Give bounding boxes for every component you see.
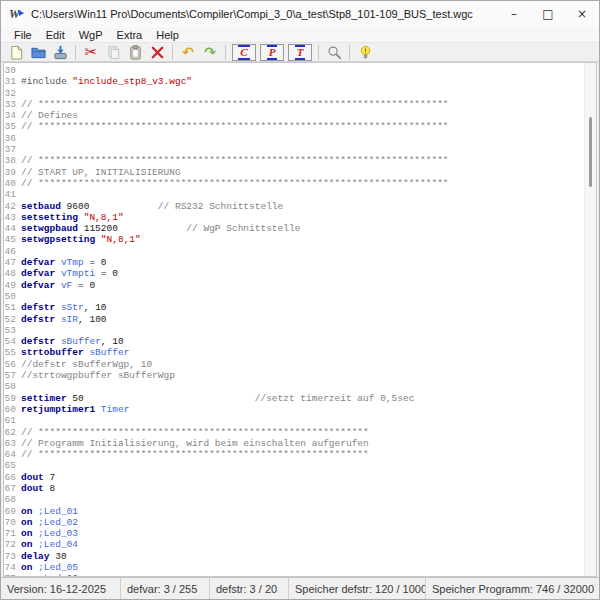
undo-icon: ↶ — [182, 45, 194, 59]
terminal-t-label: T — [295, 45, 306, 60]
menu-item-wgp[interactable]: WgP — [72, 29, 110, 41]
code-line-64[interactable]: 64// ***********************************… — [4, 449, 596, 460]
code-line-57[interactable]: 57//strtowgpbuffer sBufferWgp — [4, 370, 596, 381]
undo-button[interactable]: ↶ — [177, 43, 199, 61]
code-line-56[interactable]: 56//defstr sBufferWgp, 10 — [4, 359, 596, 370]
code-line-38[interactable]: 38// ***********************************… — [4, 155, 596, 166]
code-line-50[interactable]: 50 — [4, 291, 596, 302]
terminal-t-button[interactable]: T — [288, 44, 312, 61]
code-line-35[interactable]: 35// ***********************************… — [4, 121, 596, 132]
vertical-scrollbar[interactable] — [584, 63, 596, 576]
line-number: 42 — [4, 201, 18, 212]
new-file-button[interactable] — [5, 43, 27, 61]
save-icon — [53, 45, 68, 60]
line-number: 52 — [4, 314, 18, 325]
code-line-42[interactable]: 42setbaud 9600 // RS232 Schnittstelle — [4, 201, 596, 212]
code-line-34[interactable]: 34// Defines — [4, 110, 596, 121]
save-file-button[interactable] — [49, 43, 71, 61]
code-line-70[interactable]: 70on ;Led_02 — [4, 517, 596, 528]
code-line-31[interactable]: 31#include "include_stp8_v3.wgc" — [4, 76, 596, 87]
status-bar: Version: 16-12-2025defvar: 3 / 255defstr… — [1, 577, 599, 599]
code-line-73[interactable]: 73delay 30 — [4, 551, 596, 562]
code-line-61[interactable]: 61 — [4, 415, 596, 426]
code-line-36[interactable]: 36 — [4, 133, 596, 144]
line-number: 60 — [4, 404, 18, 415]
search-button[interactable] — [323, 43, 345, 61]
code-line-40[interactable]: 40// ***********************************… — [4, 178, 596, 189]
open-file-button[interactable] — [27, 43, 49, 61]
code-line-48[interactable]: 48defvar vTmpti = 0 — [4, 268, 596, 279]
code-line-67[interactable]: 67dout 8 — [4, 483, 596, 494]
code-line-43[interactable]: 43setsetting "N,8,1" — [4, 212, 596, 223]
code-line-71[interactable]: 71on ;Led_03 — [4, 528, 596, 539]
line-number: 41 — [4, 189, 18, 200]
code-line-69[interactable]: 69on ;Led_01 — [4, 506, 596, 517]
program-p-button[interactable]: P — [260, 44, 284, 61]
code-line-51[interactable]: 51defstr sStr, 10 — [4, 302, 596, 313]
code-line-75[interactable]: 75on ;Led_06 — [4, 573, 596, 577]
copy-button[interactable] — [102, 43, 124, 61]
code-text: #include "include_stp8_v3.wgc" — [21, 76, 192, 87]
code-text: defvar vTmp = 0 — [21, 257, 107, 268]
maximize-button[interactable]: □ — [531, 1, 565, 27]
line-number: 37 — [4, 144, 18, 155]
line-number: 35 — [4, 121, 18, 132]
code-line-39[interactable]: 39// START UP, INITIALISIERUNG — [4, 167, 596, 178]
code-line-45[interactable]: 45setwgpsetting "N,8,1" — [4, 234, 596, 245]
code-line-33[interactable]: 33// ***********************************… — [4, 99, 596, 110]
code-line-37[interactable]: 37 — [4, 144, 596, 155]
code-line-52[interactable]: 52defstr sIR, 100 — [4, 314, 596, 325]
delete-button[interactable] — [146, 43, 168, 61]
code-line-58[interactable]: 58 — [4, 381, 596, 392]
window-title: C:\Users\Win11 Pro\Documents\Compiler\Co… — [31, 8, 473, 20]
code-line-72[interactable]: 72on ;Led_04 — [4, 539, 596, 550]
menu-item-file[interactable]: File — [7, 29, 39, 41]
menu-item-edit[interactable]: Edit — [39, 29, 72, 41]
line-number: 59 — [4, 393, 18, 404]
cut-button[interactable]: ✂ — [80, 43, 102, 61]
code-line-46[interactable]: 46 — [4, 246, 596, 257]
code-text: //strtowgpbuffer sBufferWgp — [21, 370, 175, 381]
menu-item-extra[interactable]: Extra — [110, 29, 150, 41]
code-line-53[interactable]: 53 — [4, 325, 596, 336]
line-number: 58 — [4, 381, 18, 392]
code-line-30[interactable]: 30 — [4, 65, 596, 76]
code-line-65[interactable]: 65 — [4, 460, 596, 471]
code-text: setbaud 9600 // RS232 Schnittstelle — [21, 201, 283, 212]
title-bar[interactable]: W C:\Users\Win11 Pro\Documents\Compiler\… — [1, 1, 599, 27]
line-number: 45 — [4, 234, 18, 245]
code-line-44[interactable]: 44setwgpbaud 115200 // WgP Schnittstelle — [4, 223, 596, 234]
code-line-55[interactable]: 55strtobuffer sBuffer — [4, 347, 596, 358]
code-line-32[interactable]: 32 — [4, 88, 596, 99]
close-button[interactable]: × — [565, 1, 599, 27]
code-editor[interactable]: 3031#include "include_stp8_v3.wgc"3233//… — [3, 62, 597, 577]
hint-button[interactable] — [354, 43, 376, 61]
code-line-66[interactable]: 66dout 7 — [4, 472, 596, 483]
status-defstr: defstr: 3 / 20 — [210, 578, 289, 599]
code-line-41[interactable]: 41 — [4, 189, 596, 200]
vertical-scrollbar-thumb[interactable] — [589, 117, 592, 187]
code-line-68[interactable]: 68 — [4, 494, 596, 505]
toolbar-separator — [225, 45, 226, 60]
line-number: 71 — [4, 528, 18, 539]
toolbar-separator — [318, 45, 319, 60]
line-number: 30 — [4, 65, 18, 76]
code-line-74[interactable]: 74on ;Led_05 — [4, 562, 596, 573]
redo-button[interactable]: ↷ — [199, 43, 221, 61]
paste-button[interactable] — [124, 43, 146, 61]
minimize-button[interactable]: – — [497, 1, 531, 27]
code-text: // Programm Initialisierung, wird beim e… — [21, 438, 369, 449]
code-line-47[interactable]: 47defvar vTmp = 0 — [4, 257, 596, 268]
code-line-60[interactable]: 60retjumptimer1 Timer — [4, 404, 596, 415]
code-line-54[interactable]: 54defstr sBuffer, 10 — [4, 336, 596, 347]
code-text: on ;Led_02 — [21, 517, 78, 528]
app-icon: W — [9, 6, 25, 22]
compile-c-button[interactable]: C — [232, 44, 256, 61]
code-line-62[interactable]: 62// ***********************************… — [4, 427, 596, 438]
line-number: 38 — [4, 155, 18, 166]
line-number: 61 — [4, 415, 18, 426]
code-line-63[interactable]: 63// Programm Initialisierung, wird beim… — [4, 438, 596, 449]
menu-item-help[interactable]: Help — [149, 29, 186, 41]
code-line-49[interactable]: 49defvar vF = 0 — [4, 280, 596, 291]
code-line-59[interactable]: 59settimer 50 //setzt timerzeit auf 0,5s… — [4, 393, 596, 404]
